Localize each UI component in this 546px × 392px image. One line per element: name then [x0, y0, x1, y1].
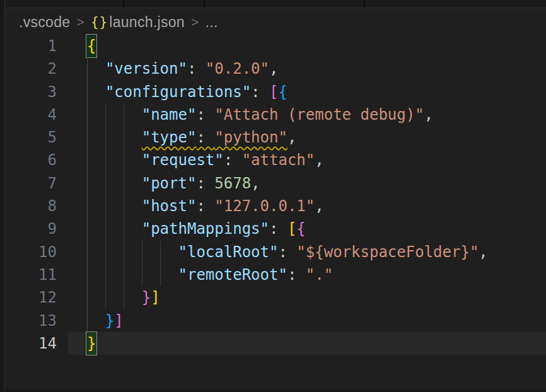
editor-left-border [0, 0, 5, 392]
breadcrumb-file[interactable]: launch.json [109, 14, 185, 31]
code-editor[interactable]: 1{2 "version": "0.2.0",3 "configurations… [5, 35, 546, 355]
breadcrumb: .vscode > {} launch.json > ... [5, 9, 218, 35]
code-text: "localRoot": "${workspaceFolder}", [87, 241, 488, 263]
line-number[interactable]: 14 [5, 332, 57, 355]
code-text: }] [87, 286, 160, 309]
line-number[interactable]: 1 [5, 35, 57, 57]
line-number[interactable]: 10 [5, 241, 57, 263]
chevron-right-icon: > [76, 14, 84, 30]
line-number[interactable]: 2 [5, 57, 57, 80]
code-line[interactable]: 7 "port": 5678, [5, 172, 546, 195]
chevron-right-icon: > [191, 14, 199, 30]
code-text: } [87, 332, 96, 355]
code-line[interactable]: 2 "version": "0.2.0", [5, 57, 546, 80]
line-number[interactable]: 7 [5, 172, 57, 195]
code-text: "remoteRoot": "." [87, 263, 333, 286]
line-number[interactable]: 11 [5, 263, 57, 286]
line-number[interactable]: 6 [5, 149, 57, 171]
code-text: "port": 5678, [87, 172, 260, 195]
code-text: "request": "attach", [87, 149, 324, 171]
code-text: "type": "python", [87, 126, 296, 149]
code-line[interactable]: 12 }] [5, 286, 546, 309]
tab-separator [364, 0, 365, 8]
code-line[interactable]: 3 "configurations": [{ [5, 81, 546, 103]
json-file-icon: {} [91, 14, 108, 30]
code-text: }] [87, 309, 124, 332]
line-number[interactable]: 4 [5, 103, 57, 126]
bracket-match-highlight: } [86, 332, 96, 355]
tab-bar[interactable] [5, 0, 546, 8]
code-line[interactable]: 6 "request": "attach", [5, 149, 546, 171]
tab-separator [204, 0, 205, 8]
code-line[interactable]: 10 "localRoot": "${workspaceFolder}", [5, 241, 546, 263]
line-number[interactable]: 13 [5, 309, 57, 332]
current-line-highlight [68, 332, 546, 355]
code-line[interactable]: 13 }] [5, 309, 546, 332]
line-number[interactable]: 3 [5, 81, 57, 103]
code-text: "configurations": [{ [87, 81, 288, 103]
line-number[interactable]: 9 [5, 217, 57, 240]
code-line[interactable]: 1{ [5, 35, 546, 57]
code-lines: 1{2 "version": "0.2.0",3 "configurations… [5, 35, 546, 355]
code-line[interactable]: 8 "host": "127.0.0.1", [5, 195, 546, 217]
code-line[interactable]: 11 "remoteRoot": "." [5, 263, 546, 286]
breadcrumb-folder[interactable]: .vscode [19, 14, 70, 31]
code-line[interactable]: 5 "type": "python", [5, 126, 546, 149]
code-text: "version": "0.2.0", [87, 57, 278, 80]
line-number[interactable]: 8 [5, 195, 57, 217]
code-text: "name": "Attach (remote debug)", [87, 103, 433, 126]
tab-separator [123, 0, 124, 8]
code-line[interactable]: 14} [5, 332, 546, 355]
bracket-match-highlight: { [86, 35, 96, 57]
code-line[interactable]: 4 "name": "Attach (remote debug)", [5, 103, 546, 126]
code-text: { [87, 35, 96, 57]
window-bottom-edge [5, 389, 546, 392]
breadcrumb-symbol-ellipsis[interactable]: ... [206, 14, 218, 31]
code-text: "pathMappings": [{ [87, 217, 306, 240]
line-number[interactable]: 12 [5, 286, 57, 309]
vscode-editor-window: .vscode > {} launch.json > ... 1{2 "vers… [0, 0, 546, 392]
code-line[interactable]: 9 "pathMappings": [{ [5, 217, 546, 240]
line-number[interactable]: 5 [5, 126, 57, 149]
code-text: "host": "127.0.0.1", [87, 195, 324, 217]
